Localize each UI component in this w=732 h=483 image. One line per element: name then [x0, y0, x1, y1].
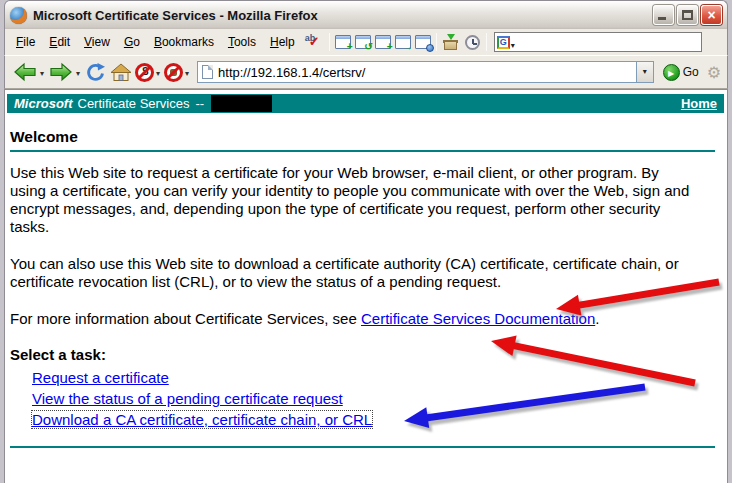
footer-rule [10, 446, 715, 448]
title-bar[interactable]: Microsoft Certificate Services - Mozilla… [4, 0, 728, 29]
certsrv-banner: Microsoft Certificate Services -- Home [7, 94, 724, 113]
minimize-icon [658, 17, 666, 20]
home-link[interactable]: Home [681, 96, 717, 111]
adblock-dropdown-icon[interactable]: ▾ [156, 69, 160, 78]
menu-bookmarks[interactable]: Bookmarks [147, 32, 221, 53]
flashblock-icon[interactable] [164, 63, 183, 82]
gear-icon: ⚙ [707, 63, 721, 82]
new-tab-icon[interactable]: + [335, 35, 351, 49]
maximize-icon [682, 10, 693, 20]
select-task-label: Select a task: [10, 346, 715, 363]
forward-dropdown-icon[interactable]: ▾ [76, 69, 80, 78]
download-archive-icon[interactable] [443, 35, 459, 50]
forward-button[interactable] [49, 62, 73, 82]
banner-service: Certificate Services [78, 96, 190, 111]
documentation-link[interactable]: Certificate Services Documentation [361, 310, 595, 327]
google-logo-icon: G [497, 36, 510, 49]
globe-badge-icon [426, 44, 434, 52]
firefox-icon [10, 7, 27, 24]
menu-bar: File Edit View Go Bookmarks Tools Help a… [4, 29, 728, 55]
minimize-button[interactable] [653, 5, 674, 25]
reload-button[interactable] [85, 62, 106, 82]
spellcheck-icon[interactable]: ab ✓ [304, 33, 326, 51]
back-dropdown-icon[interactable]: ▾ [40, 69, 44, 78]
url-input[interactable] [218, 63, 636, 81]
menu-tools[interactable]: Tools [221, 32, 263, 53]
menu-edit[interactable]: Edit [42, 32, 77, 53]
duplicate-tab-icon[interactable]: → [395, 35, 411, 49]
heading-rule [10, 150, 715, 152]
task-item: Request a certificate [32, 367, 715, 388]
address-bar: ▾ [197, 61, 654, 83]
intro-paragraph: Use this Web site to request a certifica… [10, 164, 715, 236]
back-button[interactable] [13, 62, 37, 82]
home-button[interactable] [110, 63, 132, 82]
page-title: Welcome [10, 128, 715, 146]
task-item: View the status of a pending certificate… [32, 388, 715, 409]
reload-all-tabs-icon[interactable]: ↺ [355, 35, 371, 49]
browser-window: Microsoft Certificate Services - Mozilla… [0, 0, 732, 483]
download-info-paragraph: You can also use this Web site to downlo… [10, 255, 715, 291]
go-button-label[interactable]: Go [683, 65, 699, 79]
maximize-button[interactable] [677, 5, 698, 25]
url-history-dropdown[interactable]: ▾ [636, 62, 653, 82]
menu-go[interactable]: Go [117, 32, 147, 53]
window-controls: × [653, 5, 722, 25]
menu-file[interactable]: File [9, 32, 42, 53]
menu-help[interactable]: Help [263, 32, 302, 53]
banner-separator: -- [195, 96, 204, 111]
page-proxy-icon[interactable] [202, 65, 213, 79]
toolbar-separator [486, 33, 487, 51]
banner-brand: Microsoft [14, 96, 73, 111]
new-window-icon[interactable]: + [375, 35, 391, 49]
window-title: Microsoft Certificate Services - Mozilla… [33, 8, 318, 23]
google-search-box: G ▾ [494, 32, 702, 52]
page-body: Welcome Use this Web site to request a c… [5, 128, 727, 448]
browser-content: Microsoft Certificate Services -- Home W… [4, 89, 728, 483]
adblock-icon[interactable]: S [135, 63, 154, 82]
navigation-toolbar: ▾ ▾ S ▾ [4, 55, 728, 89]
go-button-icon[interactable]: ▶ [663, 64, 680, 81]
task-item: Download a CA certificate, certificate c… [32, 409, 715, 430]
menu-view[interactable]: View [77, 32, 117, 53]
flashblock-dropdown-icon[interactable]: ▾ [185, 69, 189, 78]
task-list: Request a certificate View the status of… [32, 367, 715, 430]
close-button[interactable]: × [701, 5, 722, 25]
redaction-box [211, 95, 272, 112]
close-icon: × [702, 6, 721, 24]
docs-paragraph: For more information about Certificate S… [10, 310, 715, 328]
download-ca-certificate-link[interactable]: Download a CA certificate, certificate c… [32, 411, 372, 428]
google-search-input[interactable] [515, 34, 699, 50]
toolbar-separator [329, 33, 330, 51]
toolbar-separator [436, 33, 437, 51]
history-clock-icon[interactable] [465, 35, 480, 50]
view-pending-request-link[interactable]: View the status of a pending certificate… [32, 390, 343, 407]
open-link-in-tab-icon[interactable] [415, 35, 431, 49]
request-certificate-link[interactable]: Request a certificate [32, 369, 169, 386]
